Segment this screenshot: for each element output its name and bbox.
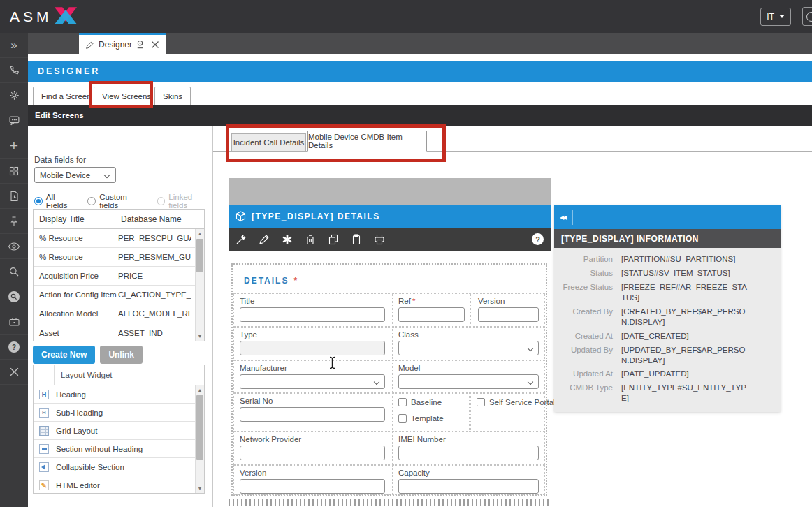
scrollbar-thumb[interactable] — [196, 239, 203, 272]
sidebar-item-advanced-search[interactable] — [0, 284, 28, 309]
version-input[interactable] — [478, 307, 539, 322]
widget-table-scrollbar[interactable]: ▲ ▼ — [195, 385, 204, 493]
sidebar-item-close[interactable] — [0, 360, 28, 385]
paste-icon[interactable] — [351, 234, 362, 245]
unlink-button[interactable]: Unlink — [100, 346, 143, 364]
list-item-section-without-heading[interactable]: Section without Heading — [34, 440, 204, 458]
ref-input[interactable] — [398, 307, 465, 322]
copy-icon[interactable] — [328, 234, 339, 245]
info-panel-blue-bar: ◀◀ — [554, 205, 781, 229]
field-serial-no-label: Serial No — [240, 397, 385, 405]
manufacturer-select[interactable] — [240, 374, 385, 389]
entity-select[interactable]: Mobile Device — [34, 167, 116, 183]
next-section-dotted-border — [229, 499, 551, 506]
section-title-text: DETAILS — [244, 276, 289, 286]
field-version: Version — [472, 293, 545, 327]
tab-skins[interactable]: Skins — [154, 87, 191, 105]
sidebar-item-search[interactable] — [0, 259, 28, 284]
table-row[interactable]: % ResourcePER_RESCPU_GUARAN — [34, 229, 204, 248]
pencil-icon — [85, 41, 94, 50]
fields-actions: Create New Unlink — [33, 346, 143, 364]
cell-display-title: Action for Config Item — [34, 291, 118, 299]
serial-no-input[interactable] — [240, 407, 385, 422]
sidebar-item-settings[interactable] — [0, 83, 28, 108]
fields-table-header: Display Title Database Name — [34, 210, 204, 229]
edit-icon[interactable] — [259, 234, 270, 245]
self-service-portal-checkbox[interactable]: Self Service Portal — [477, 398, 539, 406]
scroll-down-icon[interactable]: ▼ — [196, 332, 204, 341]
info-label: Created At — [554, 331, 621, 341]
field-capacity-label: Capacity — [398, 469, 539, 477]
info-value: [CREATED_BY_REF$AR_PERSON.DISPLAY] — [621, 307, 751, 328]
list-item-html-editor[interactable]: ✎HTML editor — [34, 476, 204, 494]
sidebar-item-pin[interactable] — [0, 209, 28, 234]
sidebar-item-help[interactable]: ? — [0, 335, 28, 360]
delete-icon[interactable] — [305, 234, 316, 245]
version-2-input[interactable] — [240, 479, 385, 494]
details-toolbar: ? — [229, 228, 551, 251]
collapse-panel-icon[interactable]: ◀◀ — [560, 214, 565, 221]
capacity-input[interactable] — [398, 479, 539, 494]
sidebar-item-apps[interactable] — [0, 159, 28, 184]
sidebar-item-report[interactable] — [0, 184, 28, 209]
close-tab-icon[interactable] — [151, 41, 159, 49]
pin-icon[interactable] — [235, 234, 247, 245]
sidebar-item-view[interactable] — [0, 234, 28, 259]
region-selector-dropdown[interactable]: IT — [760, 8, 791, 26]
field-manufacturer: Manufacturer — [233, 360, 391, 393]
scroll-up-icon[interactable]: ▲ — [196, 385, 204, 395]
baseline-checkbox[interactable]: Baseline — [398, 398, 463, 406]
network-provider-input[interactable] — [240, 446, 385, 460]
sidebar-item-chat[interactable] — [0, 108, 28, 133]
fields-table-scrollbar[interactable]: ▲ ▼ — [195, 229, 204, 341]
clipped-icon — [806, 12, 812, 22]
list-item-heading[interactable]: HHeading — [34, 385, 204, 404]
create-new-button[interactable]: Create New — [33, 346, 95, 364]
type-input[interactable] — [240, 341, 385, 355]
tab-designer[interactable]: Designer — [79, 33, 166, 54]
scroll-up-icon[interactable]: ▲ — [196, 229, 204, 238]
radio-custom-fields[interactable]: Custom fields — [87, 193, 147, 210]
sidebar-item-phone[interactable] — [0, 58, 28, 83]
topbar-clipped-button[interactable] — [802, 7, 812, 26]
list-item-subheading[interactable]: HSub-Heading — [34, 404, 204, 422]
tab-incident-call-details[interactable]: Incident Call Details — [231, 133, 306, 152]
expand-sidebar-button[interactable]: » — [0, 33, 28, 58]
scrollbar-thumb[interactable] — [196, 395, 203, 460]
tab-mobile-device-cmdb-item-details[interactable]: Mobile Device CMDB Item Details — [307, 131, 427, 152]
sidebar-item-workload[interactable] — [0, 309, 28, 335]
print-icon[interactable] — [374, 234, 385, 245]
designer-tab-row: Find a Screen View Screens Skins — [28, 82, 812, 105]
tab-view-screens[interactable]: View Screens — [94, 87, 159, 105]
chat-icon — [8, 115, 20, 126]
list-item-collapsible-section[interactable]: Collapsible Section — [34, 458, 204, 476]
type-display-details-header: [TYPE_DISPLAY] DETAILS — [229, 205, 551, 228]
table-row[interactable]: Allocation ModelALLOC_MODEL_REF — [34, 304, 204, 323]
template-checkbox[interactable]: Template — [398, 414, 463, 422]
scroll-down-icon[interactable]: ▼ — [196, 484, 204, 493]
widget-icon-column — [34, 365, 55, 385]
table-row[interactable]: Acquisition PricePRICE — [34, 267, 204, 286]
cell-database-name: PRICE — [118, 272, 191, 280]
details-section-title: DETAILS* — [244, 276, 297, 286]
eye-icon — [8, 242, 20, 251]
field-serial-no: Serial No — [233, 393, 391, 432]
tab-find-a-screen[interactable]: Find a Screen — [33, 87, 100, 105]
sidebar-item-add[interactable]: + — [0, 133, 28, 159]
table-row[interactable]: AssetASSET_IND — [34, 323, 204, 342]
model-select[interactable] — [398, 374, 539, 389]
locate-tab-icon[interactable] — [136, 40, 145, 50]
title-input[interactable] — [240, 307, 385, 322]
help-button[interactable]: ? — [532, 233, 544, 245]
info-row-updated-at: Updated At[DATE_UPDATED] — [554, 369, 774, 379]
radio-all-fields[interactable]: All Fields — [34, 193, 78, 210]
column-database-name: Database Name — [118, 214, 182, 224]
table-row[interactable]: Action for Config ItemCI_ACTION_TYPE_REF — [34, 286, 204, 304]
class-select[interactable] — [398, 341, 539, 355]
imei-number-input[interactable] — [398, 446, 539, 460]
table-row[interactable]: % ResourcePER_RESMEM_GUARA — [34, 248, 204, 267]
freeze-icon[interactable] — [282, 234, 293, 245]
list-item-grid-layout[interactable]: Grid Layout — [34, 422, 204, 440]
info-value: [DATE_CREATED] — [621, 331, 751, 341]
field-baseline-template: Baseline Template — [392, 393, 470, 432]
